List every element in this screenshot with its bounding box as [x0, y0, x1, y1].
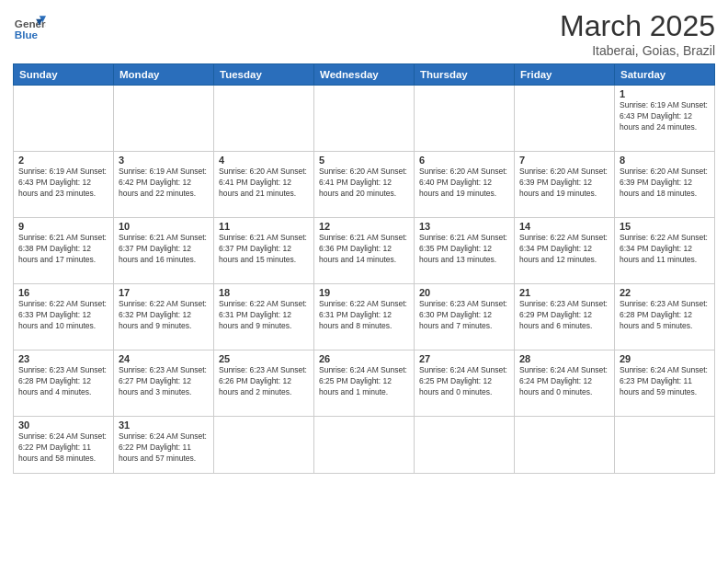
day-number: 23 — [18, 353, 108, 364]
day-info: Sunrise: 6:19 AM Sunset: 6:42 PM Dayligh… — [119, 167, 209, 200]
day-info: Sunrise: 6:22 AM Sunset: 6:32 PM Dayligh… — [119, 299, 209, 332]
day-info: Sunrise: 6:21 AM Sunset: 6:37 PM Dayligh… — [219, 233, 309, 266]
day-number: 27 — [419, 353, 509, 364]
day-info: Sunrise: 6:24 AM Sunset: 6:22 PM Dayligh… — [119, 431, 209, 465]
day-info: Sunrise: 6:19 AM Sunset: 6:43 PM Dayligh… — [620, 100, 710, 133]
table-row: 21Sunrise: 6:23 AM Sunset: 6:29 PM Dayli… — [515, 284, 615, 350]
table-row — [14, 86, 114, 152]
day-number: 18 — [219, 287, 309, 298]
table-row: 12Sunrise: 6:21 AM Sunset: 6:36 PM Dayli… — [314, 218, 415, 284]
table-row — [214, 417, 314, 474]
day-info: Sunrise: 6:22 AM Sunset: 6:31 PM Dayligh… — [319, 299, 409, 332]
table-row: 9Sunrise: 6:21 AM Sunset: 6:38 PM Daylig… — [14, 218, 114, 284]
day-number: 9 — [18, 221, 108, 232]
day-number: 17 — [119, 287, 209, 298]
table-row: 22Sunrise: 6:23 AM Sunset: 6:28 PM Dayli… — [615, 284, 715, 350]
day-info: Sunrise: 6:23 AM Sunset: 6:28 PM Dayligh… — [18, 365, 108, 398]
day-info: Sunrise: 6:20 AM Sunset: 6:39 PM Dayligh… — [519, 167, 609, 200]
day-number: 25 — [219, 353, 309, 364]
col-thursday: Thursday — [415, 64, 515, 86]
day-number: 28 — [519, 353, 609, 364]
table-row: 3Sunrise: 6:19 AM Sunset: 6:42 PM Daylig… — [114, 152, 214, 218]
day-info: Sunrise: 6:21 AM Sunset: 6:35 PM Dayligh… — [419, 233, 509, 266]
table-row: 5Sunrise: 6:20 AM Sunset: 6:41 PM Daylig… — [314, 152, 415, 218]
table-row — [515, 417, 615, 474]
day-info: Sunrise: 6:20 AM Sunset: 6:39 PM Dayligh… — [620, 167, 710, 200]
day-number: 10 — [119, 221, 209, 232]
day-number: 4 — [219, 155, 309, 166]
day-info: Sunrise: 6:22 AM Sunset: 6:34 PM Dayligh… — [620, 233, 710, 266]
day-info: Sunrise: 6:24 AM Sunset: 6:23 PM Dayligh… — [620, 365, 710, 398]
day-info: Sunrise: 6:24 AM Sunset: 6:25 PM Dayligh… — [419, 365, 509, 398]
day-number: 21 — [519, 287, 609, 298]
day-number: 26 — [319, 353, 409, 364]
day-info: Sunrise: 6:20 AM Sunset: 6:40 PM Dayligh… — [419, 167, 509, 200]
table-row: 28Sunrise: 6:24 AM Sunset: 6:24 PM Dayli… — [515, 350, 615, 417]
table-row: 23Sunrise: 6:23 AM Sunset: 6:28 PM Dayli… — [14, 350, 114, 417]
day-number: 19 — [319, 287, 409, 298]
table-row: 19Sunrise: 6:22 AM Sunset: 6:31 PM Dayli… — [314, 284, 415, 350]
table-row: 14Sunrise: 6:22 AM Sunset: 6:34 PM Dayli… — [515, 218, 615, 284]
calendar-table: Sunday Monday Tuesday Wednesday Thursday… — [13, 63, 715, 474]
table-row: 6Sunrise: 6:20 AM Sunset: 6:40 PM Daylig… — [415, 152, 515, 218]
day-number: 8 — [620, 155, 710, 166]
col-tuesday: Tuesday — [214, 64, 314, 86]
day-info: Sunrise: 6:21 AM Sunset: 6:36 PM Dayligh… — [319, 233, 409, 266]
day-info: Sunrise: 6:20 AM Sunset: 6:41 PM Dayligh… — [319, 167, 409, 200]
table-row: 29Sunrise: 6:24 AM Sunset: 6:23 PM Dayli… — [615, 350, 715, 417]
table-row: 27Sunrise: 6:24 AM Sunset: 6:25 PM Dayli… — [415, 350, 515, 417]
table-row: 18Sunrise: 6:22 AM Sunset: 6:31 PM Dayli… — [214, 284, 314, 350]
table-row — [415, 86, 515, 152]
day-number: 24 — [119, 353, 209, 364]
day-number: 6 — [419, 155, 509, 166]
day-number: 29 — [620, 353, 710, 364]
table-row: 30Sunrise: 6:24 AM Sunset: 6:22 PM Dayli… — [14, 417, 114, 474]
table-row: 17Sunrise: 6:22 AM Sunset: 6:32 PM Dayli… — [114, 284, 214, 350]
table-row: 1Sunrise: 6:19 AM Sunset: 6:43 PM Daylig… — [615, 86, 715, 152]
table-row — [114, 86, 214, 152]
col-monday: Monday — [114, 64, 214, 86]
day-number: 15 — [620, 221, 710, 232]
table-row: 15Sunrise: 6:22 AM Sunset: 6:34 PM Dayli… — [615, 218, 715, 284]
logo-icon: General Blue — [13, 9, 46, 42]
table-row — [314, 86, 415, 152]
day-info: Sunrise: 6:20 AM Sunset: 6:41 PM Dayligh… — [219, 167, 309, 200]
day-info: Sunrise: 6:24 AM Sunset: 6:25 PM Dayligh… — [319, 365, 409, 398]
day-info: Sunrise: 6:21 AM Sunset: 6:37 PM Dayligh… — [119, 233, 209, 266]
day-number: 13 — [419, 221, 509, 232]
calendar-title: March 2025 — [560, 9, 715, 43]
day-info: Sunrise: 6:22 AM Sunset: 6:33 PM Dayligh… — [18, 299, 108, 332]
table-row: 13Sunrise: 6:21 AM Sunset: 6:35 PM Dayli… — [415, 218, 515, 284]
day-number: 5 — [319, 155, 409, 166]
table-row: 8Sunrise: 6:20 AM Sunset: 6:39 PM Daylig… — [615, 152, 715, 218]
day-number: 7 — [519, 155, 609, 166]
day-number: 14 — [519, 221, 609, 232]
logo: General Blue — [13, 9, 46, 42]
day-info: Sunrise: 6:23 AM Sunset: 6:29 PM Dayligh… — [519, 299, 609, 332]
title-block: March 2025 Itaberai, Goias, Brazil — [560, 9, 715, 58]
table-row — [515, 86, 615, 152]
day-info: Sunrise: 6:19 AM Sunset: 6:43 PM Dayligh… — [18, 167, 108, 200]
days-header-row: Sunday Monday Tuesday Wednesday Thursday… — [14, 64, 715, 86]
table-row: 31Sunrise: 6:24 AM Sunset: 6:22 PM Dayli… — [114, 417, 214, 474]
table-row — [615, 417, 715, 474]
table-row: 24Sunrise: 6:23 AM Sunset: 6:27 PM Dayli… — [114, 350, 214, 417]
table-row: 16Sunrise: 6:22 AM Sunset: 6:33 PM Dayli… — [14, 284, 114, 350]
page-header: General Blue March 2025 Itaberai, Goias,… — [13, 9, 715, 58]
table-row: 7Sunrise: 6:20 AM Sunset: 6:39 PM Daylig… — [515, 152, 615, 218]
day-info: Sunrise: 6:22 AM Sunset: 6:34 PM Dayligh… — [519, 233, 609, 266]
table-row — [314, 417, 415, 474]
table-row — [214, 86, 314, 152]
table-row: 4Sunrise: 6:20 AM Sunset: 6:41 PM Daylig… — [214, 152, 314, 218]
day-info: Sunrise: 6:23 AM Sunset: 6:30 PM Dayligh… — [419, 299, 509, 332]
table-row — [415, 417, 515, 474]
col-saturday: Saturday — [615, 64, 715, 86]
table-row: 10Sunrise: 6:21 AM Sunset: 6:37 PM Dayli… — [114, 218, 214, 284]
col-wednesday: Wednesday — [314, 64, 415, 86]
table-row: 2Sunrise: 6:19 AM Sunset: 6:43 PM Daylig… — [14, 152, 114, 218]
day-number: 1 — [620, 88, 710, 99]
day-number: 31 — [119, 419, 209, 431]
calendar-subtitle: Itaberai, Goias, Brazil — [560, 43, 715, 58]
day-number: 2 — [18, 155, 108, 166]
day-info: Sunrise: 6:24 AM Sunset: 6:24 PM Dayligh… — [519, 365, 609, 398]
